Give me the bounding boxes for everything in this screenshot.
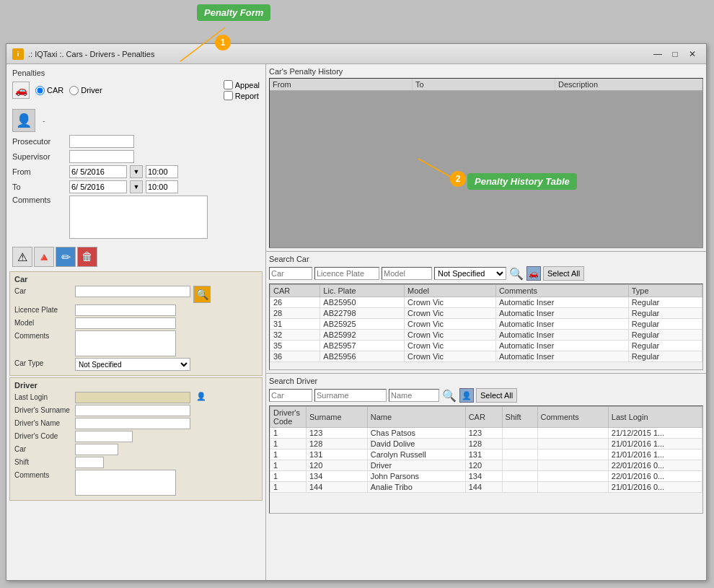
- table-row[interactable]: 1131Carolyn Russell13121/01/2016 1...: [270, 449, 702, 460]
- driver-car-label: Car: [14, 444, 72, 453]
- table-row[interactable]: 32AB25992Crown VicAutomatic InserRegular: [270, 330, 702, 341]
- from-date-input[interactable]: 6/ 5/2016: [69, 165, 127, 178]
- table-row[interactable]: 1123Chas Patsos12321/12/2015 1...: [270, 428, 702, 439]
- car-section-header: Car: [14, 275, 257, 284]
- comments-textarea[interactable]: [69, 196, 208, 239]
- penalties-label: Penalties: [12, 69, 260, 77]
- driver-name-col: Name: [367, 407, 465, 428]
- triangle-btn[interactable]: 🔺: [34, 247, 54, 267]
- car-table-lic-col: Lic. Plate: [320, 285, 405, 297]
- comments-label: Comments: [12, 196, 66, 204]
- table-row[interactable]: 1128David Dolive12821/01/2016 1...: [270, 439, 702, 449]
- car-comments-textarea[interactable]: [75, 330, 176, 356]
- main-window: i .: IQTaxi :. Cars - Drivers - Penaltie…: [6, 43, 707, 581]
- penalty-history-section: Car's Penalty History From To Descriptio…: [266, 64, 706, 252]
- search-driver-section: Search Driver 🔍 👤 Select All: [266, 374, 706, 580]
- driver-surname-input[interactable]: [75, 405, 190, 416]
- description-col: Description: [555, 79, 702, 90]
- car-table-head: CAR Lic. Plate Model Comments Type: [270, 285, 702, 297]
- driver-code-col: Driver's Code: [270, 407, 307, 428]
- history-table-header: From To Description: [270, 79, 702, 91]
- table-row[interactable]: 1134John Parsons13422/01/2016 0...: [270, 471, 702, 482]
- annotation-tooltip-2: Penalty History Table: [467, 173, 577, 190]
- table-row[interactable]: 1120Driver12022/01/2016 0...: [270, 460, 702, 471]
- report-checkbox-label[interactable]: Report: [224, 91, 260, 100]
- car-input[interactable]: [75, 286, 190, 297]
- table-row[interactable]: 1144Analie Tribo14421/01/2016 0...: [270, 482, 702, 493]
- search-name-input[interactable]: [389, 389, 439, 402]
- car-data-table: CAR Lic. Plate Model Comments Type 26AB2…: [270, 284, 702, 362]
- car-radio-label[interactable]: CAR: [35, 86, 63, 95]
- model-input[interactable]: [75, 317, 176, 329]
- search-car-btn[interactable]: 🔍: [508, 266, 524, 281]
- driver-table-head: Driver's Code Surname Name CAR Shift Com…: [270, 407, 702, 428]
- driver-code-input[interactable]: [75, 431, 133, 442]
- appeal-checkbox[interactable]: [224, 80, 233, 89]
- search-driver-btn[interactable]: 🔍: [441, 387, 457, 403]
- to-time-input[interactable]: [146, 180, 178, 193]
- car-table-comments-col: Comments: [495, 285, 628, 297]
- search-driver-icon-btn[interactable]: 👤: [459, 388, 474, 403]
- from-time-input[interactable]: [146, 165, 178, 178]
- driver-radio-label[interactable]: Driver: [69, 86, 102, 95]
- car-table-model-col: Model: [405, 285, 496, 297]
- search-model-input[interactable]: [382, 267, 432, 280]
- driver-car-input[interactable]: [75, 444, 118, 455]
- driver-code-label: Driver's Code: [14, 431, 72, 440]
- search-surname-input[interactable]: [314, 389, 387, 402]
- prosecutor-input[interactable]: [69, 135, 134, 148]
- driver-surname-col: Surname: [307, 407, 368, 428]
- table-row[interactable]: 35AB25957Crown VicAutomatic InserRegular: [270, 341, 702, 351]
- table-row[interactable]: 26AB25950Crown VicAutomatic InserRegular: [270, 297, 702, 308]
- car-radio[interactable]: [35, 86, 45, 95]
- driver-shift-input[interactable]: [75, 457, 104, 468]
- penalty-history-table: From To Description: [269, 78, 703, 248]
- red-action-btn[interactable]: 🗑: [77, 247, 97, 267]
- search-lic-input[interactable]: [314, 267, 379, 280]
- select-all-car-btn[interactable]: Select All: [543, 266, 584, 281]
- warning-btn[interactable]: ⚠: [12, 247, 32, 267]
- maximize-button[interactable]: □: [667, 48, 683, 61]
- driver-radio[interactable]: [69, 86, 79, 95]
- search-car-icon-btn[interactable]: 🚗: [526, 266, 541, 281]
- table-row[interactable]: 36AB25956Crown VicAutomatic InserRegular: [270, 351, 702, 362]
- car-section: Car Car 🔍 Licence Plate Model: [9, 271, 263, 376]
- driver-shift-label: Shift: [14, 457, 72, 466]
- driver-name-input[interactable]: [75, 418, 190, 429]
- history-table-body: [270, 91, 702, 244]
- from-date-btn[interactable]: ▼: [130, 165, 143, 178]
- driver-comments-textarea[interactable]: [75, 470, 176, 496]
- penalties-radio-row: 🚗 CAR Driver Appeal: [12, 80, 260, 100]
- close-button[interactable]: ✕: [684, 48, 700, 61]
- search-car-input[interactable]: [269, 267, 312, 280]
- from-col: From: [270, 79, 413, 90]
- annotation-circle-1: 1: [215, 35, 231, 51]
- avatar-icon: 👤: [12, 109, 35, 132]
- search-driver-title: Search Driver: [269, 377, 703, 385]
- licence-input[interactable]: [75, 304, 176, 316]
- car-table-body: 26AB25950Crown VicAutomatic InserRegular…: [270, 297, 702, 362]
- to-date-input[interactable]: 6/ 5/2016: [69, 180, 127, 193]
- select-all-driver-btn[interactable]: Select All: [476, 388, 517, 403]
- table-row[interactable]: 31AB25925Crown VicAutomatic InserRegular: [270, 319, 702, 330]
- window-title: .: IQTaxi :. Cars - Drivers - Penalties: [28, 50, 648, 58]
- car-label: Car: [14, 286, 72, 295]
- supervisor-input[interactable]: [69, 150, 134, 163]
- report-checkbox[interactable]: [224, 91, 233, 100]
- search-type-select[interactable]: Not Specified: [434, 267, 506, 280]
- car-type-select[interactable]: Not Specified: [75, 358, 190, 371]
- blue-action-btn[interactable]: ✏: [56, 247, 76, 267]
- minimize-button[interactable]: —: [650, 48, 666, 61]
- search-driver-car-input[interactable]: [269, 389, 312, 402]
- dash-label: -: [43, 116, 45, 125]
- appeal-checkbox-label[interactable]: Appeal: [224, 80, 260, 89]
- penalties-section: Penalties 🚗 CAR Driver Appeal: [6, 64, 265, 109]
- from-label: From: [12, 167, 66, 176]
- table-row[interactable]: 28AB22798Crown VicAutomatic InserRegular: [270, 308, 702, 319]
- titlebar: i .: IQTaxi :. Cars - Drivers - Penaltie…: [6, 44, 706, 64]
- car-icon-btn[interactable]: 🚗: [12, 82, 30, 99]
- driver-car-col: CAR: [465, 407, 502, 428]
- to-date-btn[interactable]: ▼: [130, 180, 143, 193]
- car-search-btn[interactable]: 🔍: [193, 286, 211, 303]
- model-label: Model: [14, 317, 72, 327]
